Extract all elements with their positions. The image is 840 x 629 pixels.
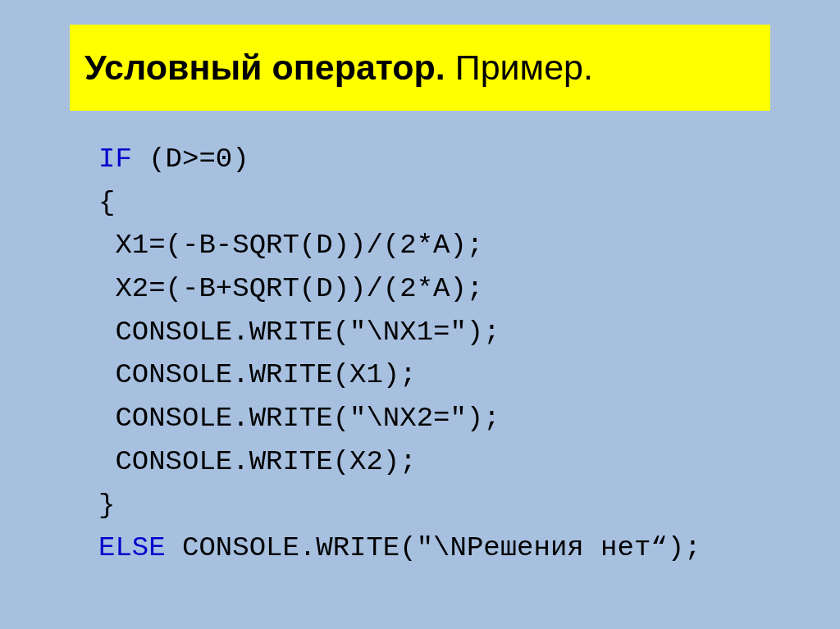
title-normal-part: Пример. <box>445 48 593 87</box>
slide-title: Условный оператор. Пример. <box>84 48 756 88</box>
title-box: Условный оператор. Пример. <box>70 25 770 111</box>
code-line-3: X1=(-B-SQRT(D))/(2*A); <box>98 224 791 267</box>
keyword-else: ELSE <box>98 532 166 563</box>
code-line-6: CONSOLE.WRITE(X1); <box>98 353 791 397</box>
code-line-8: CONSOLE.WRITE(X2); <box>98 440 791 484</box>
title-bold-part: Условный оператор. <box>84 48 445 87</box>
code-line-4: X2=(-B+SQRT(D))/(2*A); <box>98 267 791 311</box>
code-line-1: IF (D>=0) <box>98 138 791 181</box>
code-line-9: } <box>98 484 791 527</box>
code-block: IF (D>=0) { X1=(-B-SQRT(D))/(2*A); X2=(-… <box>98 138 791 570</box>
code-line-7: CONSOLE.WRITE("\NX2="); <box>98 397 791 440</box>
code-line-5: CONSOLE.WRITE("\NX1="); <box>98 311 791 354</box>
keyword-if: IF <box>98 144 132 175</box>
code-line-10: ELSE CONSOLE.WRITE("\NРешения нет“); <box>98 526 791 570</box>
slide: Условный оператор. Пример. IF (D>=0) { X… <box>0 0 840 629</box>
code-line-2: { <box>98 181 791 225</box>
